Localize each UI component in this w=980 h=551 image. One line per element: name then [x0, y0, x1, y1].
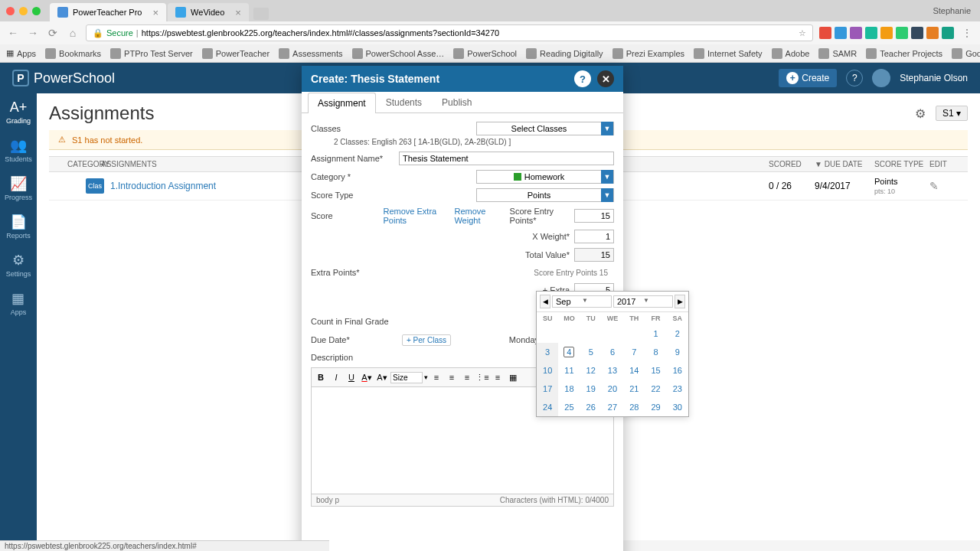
date-cell[interactable]: 19	[580, 380, 602, 398]
date-cell[interactable]: 2	[667, 324, 688, 343]
date-cell[interactable]: 27	[602, 398, 623, 416]
nav-grading[interactable]: A+Grading	[6, 99, 31, 125]
extension-icon[interactable]	[942, 27, 954, 39]
browser-tab-inactive[interactable]: WeVideo ×	[168, 3, 249, 21]
month-select[interactable]: Sep▼	[552, 295, 612, 308]
date-cell[interactable]: 8	[645, 343, 666, 361]
textcolor-button[interactable]: A▾	[360, 370, 374, 384]
extension-icon[interactable]	[880, 27, 893, 39]
tab-publish[interactable]: Publish	[432, 92, 482, 112]
date-cell[interactable]: 17	[537, 380, 558, 398]
extension-icon[interactable]	[850, 27, 862, 39]
date-cell[interactable]: 1	[645, 324, 666, 343]
tab-close-icon[interactable]: ×	[153, 7, 159, 18]
table-button[interactable]: ▦	[506, 370, 520, 384]
nav-students[interactable]: 👥Students	[5, 137, 32, 163]
create-button[interactable]: + Create	[779, 69, 837, 87]
align-right-button[interactable]: ≡	[460, 370, 474, 384]
date-cell[interactable]: 5	[580, 343, 602, 361]
back-button[interactable]: ←	[6, 26, 20, 40]
tab-assignment[interactable]: Assignment	[308, 93, 376, 113]
bookmark-item[interactable]: Teacher Projects	[866, 48, 942, 59]
home-button[interactable]: ⌂	[66, 26, 80, 40]
url-input[interactable]: 🔒 Secure | https://pswebtest.glenbrook22…	[86, 24, 813, 41]
list-button[interactable]: ⋮≡	[475, 370, 489, 384]
bookmark-item[interactable]: SAMR	[818, 48, 857, 59]
per-class-button[interactable]: + Per Class	[402, 334, 451, 346]
date-cell[interactable]: 15	[645, 361, 666, 380]
date-cell[interactable]: 23	[667, 380, 688, 398]
next-month-button[interactable]: ▶	[675, 295, 685, 308]
date-cell[interactable]: 18	[558, 380, 580, 398]
bgcolor-button[interactable]: A▾	[375, 370, 389, 384]
bookmark-item[interactable]: Reading Digitally	[526, 48, 603, 59]
extension-icon[interactable]	[911, 27, 923, 39]
gear-icon[interactable]: ⚙	[911, 104, 929, 122]
date-cell[interactable]: 21	[623, 380, 645, 398]
date-cell[interactable]: 29	[645, 398, 666, 416]
apps-button[interactable]: ▦ Apps	[6, 48, 36, 58]
menu-icon[interactable]: ⋮	[960, 26, 974, 40]
bookmark-item[interactable]: PowerSchool Asse…	[352, 48, 445, 59]
bookmark-item[interactable]: Prezi Examples	[612, 48, 684, 59]
remove-weight-link[interactable]: Remove Weight	[454, 207, 503, 225]
bookmark-item[interactable]: Google Classroom…	[952, 48, 980, 59]
year-select[interactable]: 2017▼	[613, 295, 673, 308]
tab-close-icon[interactable]: ×	[235, 7, 241, 18]
date-cell[interactable]: 10	[537, 361, 558, 380]
help-icon[interactable]: ?	[574, 70, 591, 87]
date-cell[interactable]: 14	[623, 361, 645, 380]
chrome-user-label[interactable]: Stephanie	[933, 6, 971, 15]
reload-button[interactable]: ⟳	[46, 26, 60, 40]
nav-settings[interactable]: ⚙Settings	[6, 252, 31, 278]
size-select[interactable]	[390, 372, 423, 383]
edit-icon[interactable]: ✎	[929, 180, 939, 192]
date-cell[interactable]: 24	[537, 398, 558, 416]
date-cell[interactable]: 12	[580, 361, 602, 380]
date-cell[interactable]: 30	[667, 398, 688, 416]
help-icon[interactable]: ?	[846, 70, 863, 86]
underline-button[interactable]: U	[345, 370, 358, 384]
extension-icon[interactable]	[926, 27, 939, 39]
extension-icon[interactable]	[835, 27, 847, 39]
extension-icon[interactable]	[896, 27, 908, 39]
term-selector[interactable]: S1 ▾	[936, 106, 968, 121]
date-cell[interactable]: 22	[645, 380, 666, 398]
date-cell[interactable]: 4	[558, 343, 580, 361]
extension-icon[interactable]	[865, 27, 877, 39]
date-cell[interactable]: 25	[558, 398, 580, 416]
bookmark-item[interactable]: Adobe	[772, 48, 810, 59]
close-icon[interactable]: ✕	[597, 70, 614, 87]
bookmark-item[interactable]: PTPro Test Server	[110, 48, 193, 59]
nav-progress[interactable]: 📈Progress	[5, 175, 32, 201]
date-cell[interactable]: 7	[623, 343, 645, 361]
new-tab-button[interactable]	[253, 8, 269, 20]
forward-button[interactable]: →	[26, 26, 40, 40]
prev-month-button[interactable]: ◀	[540, 295, 550, 308]
remove-extra-link[interactable]: Remove Extra Points	[384, 207, 449, 225]
date-cell[interactable]: 26	[580, 398, 602, 416]
star-icon[interactable]: ☆	[799, 28, 806, 38]
bookmark-item[interactable]: Bookmarks	[45, 48, 101, 59]
date-cell[interactable]: 16	[667, 361, 688, 380]
scoretype-select[interactable]: Points ▼	[476, 188, 614, 202]
date-cell[interactable]: 6	[602, 343, 623, 361]
xweight-input[interactable]	[574, 230, 614, 243]
bookmark-item[interactable]: PowerSchool	[453, 48, 517, 59]
bookmark-item[interactable]: Assessments	[279, 48, 342, 59]
date-cell[interactable]: 20	[602, 380, 623, 398]
bold-button[interactable]: B	[314, 370, 328, 384]
date-cell[interactable]: 13	[602, 361, 623, 380]
date-cell[interactable]: 3	[537, 343, 558, 361]
nav-reports[interactable]: 📄Reports	[6, 214, 31, 240]
date-cell[interactable]: 28	[623, 398, 645, 416]
bookmark-item[interactable]: PowerTeacher	[202, 48, 270, 59]
avatar-icon[interactable]	[872, 69, 890, 87]
italic-button[interactable]: I	[329, 370, 343, 384]
nav-apps[interactable]: ▦Apps	[11, 290, 27, 316]
align-left-button[interactable]: ≡	[430, 370, 443, 384]
extension-icon[interactable]	[819, 27, 831, 39]
numlist-button[interactable]: ≡	[491, 370, 505, 384]
category-select[interactable]: Homework ▼	[476, 170, 614, 184]
close-icon[interactable]	[6, 7, 15, 15]
